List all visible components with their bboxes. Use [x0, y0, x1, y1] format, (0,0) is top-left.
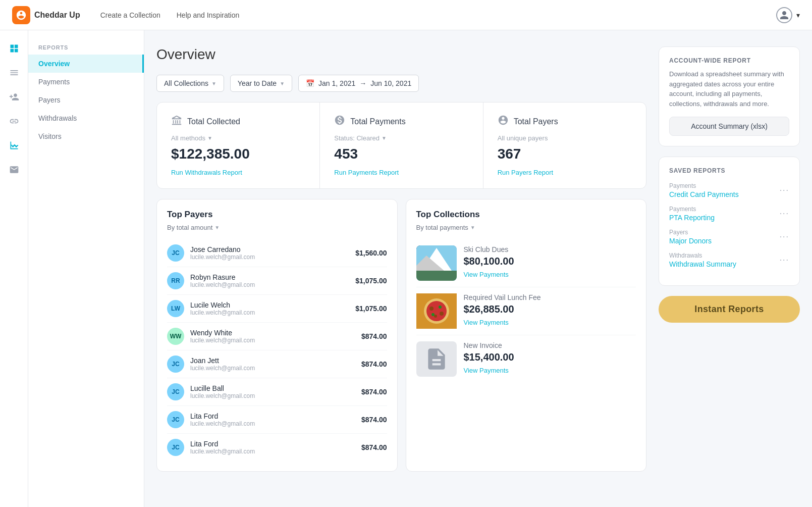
payer-avatar: JC	[167, 383, 184, 400]
nav-right: ▾	[776, 7, 800, 23]
help-inspiration-link[interactable]: Help and Inspiration	[177, 11, 240, 19]
saved-report-item: Withdrawals Withdrawal Summary ···	[669, 252, 789, 268]
view-payments-link-3[interactable]: View Payments	[464, 367, 509, 374]
major-donors-link[interactable]: Major Donors	[669, 237, 712, 245]
methods-dropdown-arrow[interactable]: ▼	[207, 135, 212, 141]
top-payers-card: Top Payers By total amount ▼ JC Jose Car…	[156, 199, 398, 472]
sidebar-item-visitors[interactable]: Visitors	[28, 127, 144, 145]
payer-amount: $1,075.00	[355, 277, 387, 285]
collections-filter-label: All Collections	[164, 79, 208, 87]
svg-point-11	[431, 313, 435, 316]
stat-header-payments: Total Payments	[334, 115, 468, 128]
total-payers-card: Total Payers All unique payers 367 Run P…	[483, 103, 646, 188]
total-payments-card: Total Payments Status: Cleared ▼ 453 Run…	[320, 103, 483, 188]
run-payments-report-link[interactable]: Run Payments Report	[334, 169, 399, 176]
svg-point-10	[439, 306, 442, 309]
withdrawal-summary-link[interactable]: Withdrawal Summary	[669, 260, 736, 268]
payer-item: JC Lucille Ball lucile.welch@gmail.com $…	[167, 378, 387, 406]
collection-info: Ski Club Dues $80,100.00 View Payments	[464, 245, 636, 278]
saved-report-menu-1[interactable]: ···	[780, 186, 789, 195]
date-range-filter[interactable]: Year to Date ▼	[230, 75, 292, 92]
saved-report-category: Withdrawals	[669, 252, 736, 259]
user-dropdown-arrow[interactable]: ▾	[796, 11, 800, 19]
payer-email: lucile.welch@gmail.com	[190, 448, 355, 455]
link-sidebar-icon[interactable]	[4, 111, 24, 131]
view-payments-link-1[interactable]: View Payments	[464, 271, 509, 278]
payer-item: WW Wendy White lucile.welch@gmail.com $8…	[167, 323, 387, 350]
payers-list: JC Jose Carredano lucile.welch@gmail.com…	[167, 239, 387, 461]
payer-email: lucile.welch@gmail.com	[190, 365, 355, 372]
saved-report-menu-4[interactable]: ···	[780, 256, 789, 265]
payer-amount: $1,560.00	[355, 249, 387, 257]
ski-club-image	[416, 245, 457, 281]
payer-amount: $874.00	[361, 388, 387, 396]
payer-avatar: JC	[167, 244, 184, 262]
account-summary-button[interactable]: Account Summary (xlsx)	[669, 117, 789, 136]
total-collected-subtitle: All methods ▼	[171, 134, 305, 142]
logo[interactable]: Cheddar Up	[12, 6, 80, 24]
total-payments-title: Total Payments	[350, 117, 405, 126]
collection-item: Ski Club Dues $80,100.00 View Payments	[416, 239, 636, 287]
run-payers-report-link[interactable]: Run Payers Report	[498, 169, 554, 176]
sidebar-item-payments[interactable]: Payments	[28, 73, 144, 91]
content-area: Overview All Collections ▼ Year to Date …	[156, 46, 646, 491]
svg-point-6	[426, 301, 447, 321]
create-collection-link[interactable]: Create a Collection	[100, 11, 160, 19]
dollar-circle-icon	[334, 115, 345, 128]
saved-report-menu-3[interactable]: ···	[780, 232, 789, 241]
payer-item: JC Lita Ford lucile.welch@gmail.com $874…	[167, 434, 387, 461]
saved-reports-title: SAVED REPORTS	[669, 167, 789, 174]
dashboard-sidebar-icon[interactable]	[4, 38, 24, 59]
left-nav-panel: REPORTS Overview Payments Payers Withdra…	[28, 30, 144, 507]
saved-report-menu-2[interactable]: ···	[780, 209, 789, 218]
mail-sidebar-icon[interactable]	[4, 160, 24, 180]
payer-avatar: RR	[167, 272, 184, 289]
total-payments-value: 453	[334, 146, 468, 162]
svg-point-7	[429, 307, 434, 311]
payer-avatar: JC	[167, 356, 184, 373]
credit-card-payments-link[interactable]: Credit Card Payments	[669, 190, 739, 198]
pta-reporting-link[interactable]: PTA Reporting	[669, 214, 715, 222]
bottom-row: Top Payers By total amount ▼ JC Jose Car…	[156, 199, 646, 472]
sidebar-item-overview[interactable]: Overview	[28, 55, 144, 73]
person-add-sidebar-icon[interactable]	[4, 87, 24, 107]
payers-sort-label[interactable]: By total amount ▼	[167, 224, 387, 231]
sidebar-icon-panel	[0, 30, 28, 507]
view-payments-link-2[interactable]: View Payments	[464, 319, 509, 326]
svg-rect-3	[416, 271, 457, 281]
payer-name: Lucile Welch	[190, 301, 349, 309]
payer-info: Robyn Rasure lucile.welch@gmail.com	[190, 273, 349, 288]
stat-header-payers: Total Payers	[498, 115, 632, 128]
collection-item: Required Vail Lunch Fee $26,885.00 View …	[416, 287, 636, 335]
run-withdrawals-report-link[interactable]: Run Withdrawals Report	[171, 169, 242, 176]
total-payers-title: Total Payers	[514, 117, 558, 126]
chart-sidebar-icon[interactable]	[4, 135, 24, 156]
sidebar-item-withdrawals[interactable]: Withdrawals	[28, 109, 144, 127]
payer-email: lucile.welch@gmail.com	[190, 337, 355, 344]
collections-sort-label[interactable]: By total payments ▼	[416, 224, 636, 231]
collections-filter[interactable]: All Collections ▼	[156, 75, 224, 92]
saved-report-header: Payers Major Donors ···	[669, 229, 789, 245]
date-range-display[interactable]: 📅 Jan 1, 2021 → Jun 10, 2021	[298, 75, 419, 92]
page-title: Overview	[156, 46, 646, 63]
payer-item: LW Lucile Welch lucile.welch@gmail.com $…	[167, 295, 387, 323]
instant-reports-button[interactable]: Instant Reports	[659, 296, 800, 323]
user-avatar-icon[interactable]	[776, 7, 792, 23]
payer-info: Lita Ford lucile.welch@gmail.com	[190, 440, 355, 455]
payer-amount: $874.00	[361, 416, 387, 424]
payer-item: JC Jose Carredano lucile.welch@gmail.com…	[167, 239, 387, 267]
collection-amount: $26,885.00	[464, 303, 636, 315]
list-sidebar-icon[interactable]	[4, 63, 24, 83]
payer-info: Jose Carredano lucile.welch@gmail.com	[190, 245, 349, 261]
payer-info: Joan Jett lucile.welch@gmail.com	[190, 357, 355, 372]
payer-avatar: JC	[167, 439, 184, 456]
top-nav: Cheddar Up Create a Collection Help and …	[0, 0, 812, 30]
payer-name: Jose Carredano	[190, 245, 349, 254]
reports-section-label: REPORTS	[28, 40, 144, 55]
collection-info: New Invoice $15,400.00 View Payments	[464, 341, 636, 374]
payer-item: JC Lita Ford lucile.welch@gmail.com $874…	[167, 406, 387, 434]
account-report-description: Download a spreadsheet summary with aggr…	[669, 69, 789, 109]
right-panel: ACCOUNT-WIDE REPORT Download a spreadshe…	[659, 46, 800, 491]
sidebar-item-payers[interactable]: Payers	[28, 91, 144, 109]
status-dropdown-arrow[interactable]: ▼	[382, 135, 387, 141]
